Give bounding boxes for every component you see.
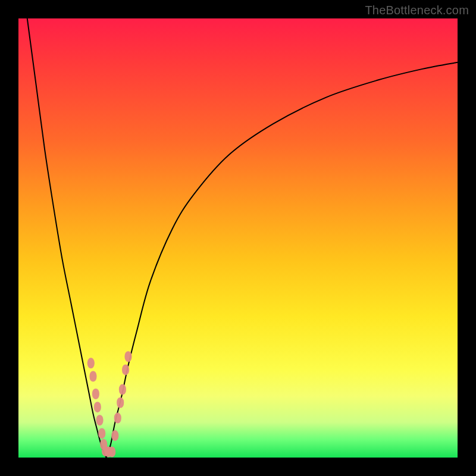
data-marker <box>117 397 124 408</box>
data-marker <box>89 371 96 381</box>
data-marker <box>111 430 118 441</box>
curve-group <box>27 18 458 458</box>
data-marker <box>92 389 99 399</box>
chart-frame: TheBottleneck.com <box>0 0 476 476</box>
markers-group <box>87 351 132 457</box>
data-marker <box>87 358 95 368</box>
data-marker <box>94 402 101 412</box>
plot-area <box>18 18 458 458</box>
data-marker <box>108 446 115 457</box>
data-marker <box>125 351 132 362</box>
data-marker <box>96 415 104 425</box>
data-marker <box>98 428 105 439</box>
data-marker <box>114 413 121 424</box>
curve-right-branch <box>107 62 458 458</box>
data-marker <box>122 364 129 375</box>
chart-svg <box>18 18 458 458</box>
data-marker <box>119 384 126 395</box>
watermark-text: TheBottleneck.com <box>365 4 469 17</box>
